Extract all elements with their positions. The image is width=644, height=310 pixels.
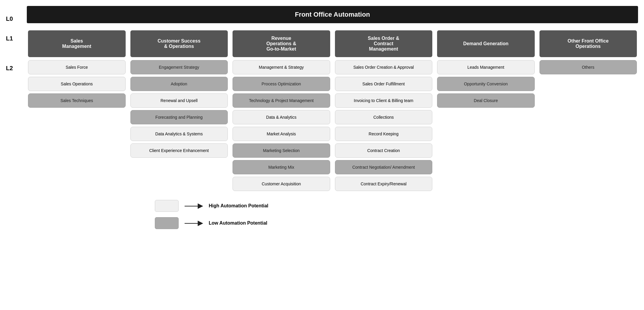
cell-customer-success: Forecasting and Planning [130,110,228,124]
cell-customer-success: Engagement Strategy [130,60,228,74]
l1-header-customer-success: Customer Success & Operations [130,30,228,57]
legend-low-box [155,217,179,229]
cell-sales-order: Sales Order Creation & Approval [335,60,433,74]
cell-revenue-operations: Customer Acquisition [233,177,330,191]
legend-low-arrow: ——▶ [185,219,203,227]
cell-customer-success: Renewal and Upsell [130,93,228,108]
l0-label: L0 [6,11,27,22]
cell-other-front-office: Others [539,60,637,74]
cell-sales-order: Contract Negotiation/ Amendment [335,160,433,174]
legend: ——▶ High Automation Potential ——▶ Low Au… [155,200,638,229]
cell-sales-management: Sales Techniques [28,93,126,108]
legend-high-box [155,200,179,212]
cell-revenue-operations: Marketing Mix [233,160,330,174]
l1-header-revenue-operations: Revenue Operations & Go-to-Market [233,30,330,57]
cell-customer-success: Client Experience Enhancement [130,143,228,158]
l2-label: L2 [6,60,27,72]
legend-low-label: Low Automation Potential [209,220,267,226]
legend-high-label: High Automation Potential [209,203,268,209]
cell-sales-management: Sales Operations [28,77,126,91]
l1-header-other-front-office: Other Front Office Operations [539,30,637,57]
legend-high: ——▶ High Automation Potential [155,200,638,212]
cell-sales-order: Collections [335,110,433,124]
l1-header-sales-management: Sales Management [28,30,126,57]
cell-sales-order: Record Keeping [335,127,433,141]
l0-bar: Front Office Automation [27,6,638,23]
l1-header-demand-generation: Demand Generation [437,30,535,57]
main-wrapper: L0 Front Office Automation L1 Sales Mana… [6,6,638,229]
cell-demand-generation: Deal Closure [437,93,535,108]
cell-customer-success: Data Analytics & Systems [130,127,228,141]
legend-low: ——▶ Low Automation Potential [155,217,638,229]
l1-label: L1 [6,30,27,57]
cell-revenue-operations: Marketing Selection [233,143,330,158]
cell-revenue-operations: Process Optimization [233,77,330,91]
cell-sales-order: Contract Creation [335,143,433,158]
cell-revenue-operations: Technology & Project Management [233,93,330,108]
cell-sales-management: Sales Force [28,60,126,74]
cell-customer-success: Adoption [130,77,228,91]
cell-sales-order: Contract Expiry/Renewal [335,177,433,191]
cell-revenue-operations: Data & Analytics [233,110,330,124]
l1-header-sales-order: Sales Order & Contract Management [335,30,433,57]
cell-revenue-operations: Management & Strategy [233,60,330,74]
cell-demand-generation: Opportunity Conversion [437,77,535,91]
cell-revenue-operations: Market Analysis [233,127,330,141]
cell-sales-order: Sales Order Fulfillment [335,77,433,91]
cell-sales-order: Invoicing to Client & Billing team [335,93,433,108]
cell-demand-generation: Leads Management [437,60,535,74]
legend-high-arrow: ——▶ [185,202,203,210]
